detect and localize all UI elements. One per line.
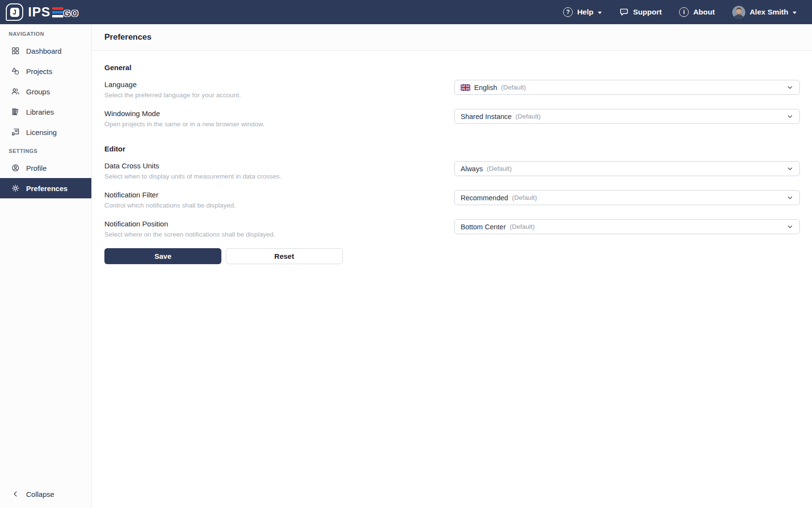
select-default-note: (Default) bbox=[512, 194, 537, 201]
setting-label: Notification Position bbox=[104, 219, 440, 228]
users-icon bbox=[11, 87, 20, 96]
setting-label: Windowing Mode bbox=[104, 109, 440, 118]
sidebar-item-licensing[interactable]: Licensing bbox=[0, 122, 91, 142]
chevron-down-icon bbox=[786, 165, 794, 172]
about-label: About bbox=[693, 8, 715, 16]
save-button[interactable]: Save bbox=[104, 248, 221, 264]
sidebar-item-label: Licensing bbox=[26, 128, 57, 136]
sidebar-item-profile[interactable]: Profile bbox=[0, 158, 91, 178]
sidebar-section-navigation: NAVIGATION bbox=[9, 31, 83, 37]
select-default-note: (Default) bbox=[501, 84, 526, 91]
select-value: Recommended bbox=[461, 194, 508, 202]
data-cross-units-select[interactable]: Always (Default) bbox=[454, 161, 800, 176]
topbar: J IPS GO ? Help bbox=[0, 0, 812, 24]
sidebar-item-label: Dashboard bbox=[26, 47, 61, 55]
sidebar-item-label: Groups bbox=[26, 88, 50, 96]
user-menu[interactable]: Alex Smith bbox=[732, 6, 797, 19]
sidebar-item-label: Preferences bbox=[26, 184, 68, 193]
select-default-note: (Default) bbox=[516, 113, 541, 120]
setting-description: Select the preferred language for your a… bbox=[104, 91, 440, 99]
logo-mark-icon: J bbox=[6, 3, 23, 21]
sidebar-item-projects[interactable]: Projects bbox=[0, 61, 91, 81]
reset-button[interactable]: Reset bbox=[226, 248, 343, 264]
select-default-note: (Default) bbox=[487, 165, 512, 172]
help-menu[interactable]: ? Help bbox=[563, 7, 602, 17]
user-name-label: Alex Smith bbox=[750, 8, 788, 16]
main-content: Preferences General Language Select the … bbox=[92, 24, 812, 508]
topbar-menu: ? Help Support i About bbox=[563, 6, 797, 19]
setting-row-language: Language Select the preferred language f… bbox=[104, 80, 800, 99]
avatar bbox=[732, 6, 745, 19]
language-select[interactable]: English (Default) bbox=[454, 80, 800, 95]
app-logo[interactable]: J IPS GO bbox=[6, 3, 79, 21]
setting-label: Language bbox=[104, 80, 440, 89]
setting-description: Open projects in the same or in a new br… bbox=[104, 120, 440, 128]
chevron-down-icon bbox=[786, 113, 794, 120]
sidebar-item-preferences[interactable]: Preferences bbox=[0, 178, 91, 198]
chevron-down-icon bbox=[786, 194, 794, 201]
setting-label: Data Cross Units bbox=[104, 161, 440, 170]
page-title: Preferences bbox=[104, 32, 151, 42]
section-general: General Language Select the preferred la… bbox=[104, 63, 800, 128]
setting-description: Select when to display units of measurem… bbox=[104, 173, 440, 180]
support-label: Support bbox=[633, 8, 662, 16]
setting-row-data-cross-units: Data Cross Units Select when to display … bbox=[104, 161, 800, 180]
windowing-mode-select[interactable]: Shared Instance (Default) bbox=[454, 109, 800, 124]
chevron-down-icon bbox=[793, 12, 797, 14]
books-icon bbox=[11, 107, 20, 116]
support-link[interactable]: Support bbox=[619, 7, 662, 17]
setting-info: Notification Filter Control which notifi… bbox=[104, 190, 454, 209]
chat-icon bbox=[619, 7, 629, 17]
chevron-left-icon bbox=[11, 490, 20, 498]
page-header: Preferences bbox=[92, 24, 812, 51]
sidebar: NAVIGATION Dashboard Projects bbox=[0, 24, 92, 508]
preferences-form: General Language Select the preferred la… bbox=[92, 51, 812, 264]
notification-filter-select[interactable]: Recommended (Default) bbox=[454, 190, 800, 205]
chevron-down-icon bbox=[598, 12, 602, 14]
form-actions: Save Reset bbox=[104, 248, 800, 264]
about-link[interactable]: i About bbox=[679, 7, 715, 17]
section-heading: Editor bbox=[104, 145, 800, 153]
sidebar-item-label: Profile bbox=[26, 164, 47, 172]
setting-row-notification-filter: Notification Filter Control which notifi… bbox=[104, 190, 800, 209]
uk-flag-icon bbox=[461, 84, 470, 91]
sidebar-item-libraries[interactable]: Libraries bbox=[0, 102, 91, 122]
select-value: Bottom Center bbox=[461, 223, 506, 231]
sidebar-section-settings: SETTINGS bbox=[9, 148, 83, 154]
help-label: Help bbox=[577, 8, 594, 16]
setting-info: Data Cross Units Select when to display … bbox=[104, 161, 454, 180]
notification-position-select[interactable]: Bottom Center (Default) bbox=[454, 219, 800, 234]
select-value: Shared Instance bbox=[461, 113, 512, 120]
logo-e-bars-icon bbox=[52, 7, 63, 17]
select-value: English bbox=[474, 84, 497, 91]
sidebar-item-label: Libraries bbox=[26, 108, 54, 116]
sidebar-item-dashboard[interactable]: Dashboard bbox=[0, 41, 91, 61]
select-default-note: (Default) bbox=[510, 223, 535, 230]
section-heading: General bbox=[104, 63, 800, 72]
chevron-down-icon bbox=[786, 223, 794, 230]
setting-label: Notification Filter bbox=[104, 190, 440, 199]
sidebar-item-label: Projects bbox=[26, 67, 52, 75]
select-value: Always bbox=[461, 165, 483, 173]
logo-text: IPS GO bbox=[28, 6, 79, 19]
setting-row-notification-position: Notification Position Select where on th… bbox=[104, 219, 800, 239]
sidebar-item-groups[interactable]: Groups bbox=[0, 81, 91, 102]
chevron-down-icon bbox=[786, 84, 794, 91]
setting-description: Control which notifications shall be dis… bbox=[104, 202, 440, 209]
logo-ips-label: IPS bbox=[28, 6, 51, 19]
user-circle-icon bbox=[11, 164, 20, 172]
setting-info: Windowing Mode Open projects in the same… bbox=[104, 109, 454, 128]
shapes-icon bbox=[11, 67, 20, 75]
license-icon bbox=[11, 128, 20, 136]
setting-info: Language Select the preferred language f… bbox=[104, 80, 454, 99]
setting-description: Select where on the screen notifications… bbox=[104, 231, 440, 239]
app-root: J IPS GO ? Help bbox=[0, 0, 812, 508]
section-editor: Editor Data Cross Units Select when to d… bbox=[104, 145, 800, 239]
question-circle-icon: ? bbox=[563, 7, 573, 17]
setting-row-windowing-mode: Windowing Mode Open projects in the same… bbox=[104, 109, 800, 128]
collapse-label: Collapse bbox=[26, 490, 54, 498]
collapse-sidebar-button[interactable]: Collapse bbox=[0, 484, 91, 504]
gear-icon bbox=[11, 184, 20, 193]
setting-info: Notification Position Select where on th… bbox=[104, 219, 454, 239]
logo-go-label: GO bbox=[64, 9, 79, 19]
